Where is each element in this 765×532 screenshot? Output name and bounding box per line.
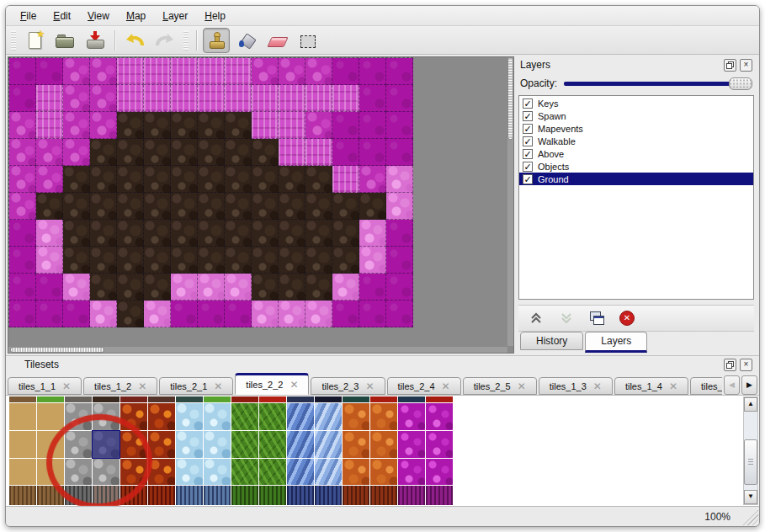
map-tile[interactable]	[36, 247, 63, 274]
map-tile[interactable]	[386, 247, 413, 274]
map-tile[interactable]	[252, 139, 279, 166]
tileset-tile[interactable]	[93, 396, 120, 402]
map-tile[interactable]	[90, 58, 117, 85]
tileset-tile[interactable]	[231, 396, 258, 402]
tileset-vscroll-thumb[interactable]	[744, 439, 757, 485]
tab-scroll-right-button[interactable]: ▶	[741, 375, 757, 395]
map-tile[interactable]	[279, 85, 305, 112]
tileset-tile[interactable]	[287, 431, 314, 458]
map-tile[interactable]	[279, 166, 305, 193]
tileset-tile[interactable]	[343, 431, 369, 458]
map-tile[interactable]	[63, 166, 90, 193]
map-tile[interactable]	[252, 112, 279, 139]
map-tile[interactable]	[225, 85, 252, 112]
map-tile[interactable]	[90, 112, 117, 139]
map-tile[interactable]	[171, 166, 198, 193]
map-tile[interactable]	[117, 274, 144, 301]
map-tile[interactable]	[117, 220, 144, 247]
map-tile[interactable]	[279, 247, 305, 274]
tileset-tile[interactable]	[343, 403, 369, 430]
tileset-tile[interactable]	[176, 459, 203, 485]
map-tile[interactable]	[332, 166, 359, 193]
map-tile[interactable]	[359, 301, 386, 327]
layer-visibility-checkbox[interactable]: ✓	[523, 98, 533, 109]
tileset-tile[interactable]	[343, 396, 369, 402]
layer-row-mapevents[interactable]: ✓Mapevents	[519, 122, 753, 135]
tileset-tile[interactable]	[370, 431, 397, 458]
menu-layer[interactable]: Layer	[155, 8, 195, 24]
tileset-tile[interactable]	[120, 396, 147, 402]
map-tile[interactable]	[9, 220, 36, 247]
tileset-tile[interactable]	[176, 403, 203, 430]
map-tile[interactable]	[359, 139, 386, 166]
map-tile[interactable]	[63, 58, 90, 85]
map-tile[interactable]	[198, 193, 225, 220]
layer-visibility-checkbox[interactable]: ✓	[523, 136, 533, 146]
float-panel-icon[interactable]	[724, 59, 736, 72]
tileset-tile[interactable]	[148, 431, 175, 458]
map-tile[interactable]	[198, 139, 225, 166]
map-tile[interactable]	[144, 220, 171, 247]
stamp-tool-button[interactable]	[203, 28, 230, 53]
tileset-tile[interactable]	[287, 396, 314, 402]
undo-tool-button[interactable]	[121, 28, 148, 53]
map-tile[interactable]	[332, 193, 359, 220]
map-tile[interactable]	[63, 193, 90, 220]
tileset-tile[interactable]	[148, 486, 175, 505]
map-tile[interactable]	[332, 85, 359, 112]
layer-row-objects[interactable]: ✓Objects	[519, 160, 753, 173]
map-tile[interactable]	[198, 220, 225, 247]
map-tile[interactable]	[386, 166, 413, 193]
menu-map[interactable]: Map	[119, 8, 153, 24]
map-tile[interactable]	[198, 301, 225, 327]
map-tile[interactable]	[332, 139, 359, 166]
map-tile[interactable]	[9, 58, 36, 85]
tileset-tile[interactable]	[370, 486, 397, 505]
layer-row-above[interactable]: ✓Above	[519, 147, 753, 160]
map-tile[interactable]	[90, 193, 117, 220]
map-tile[interactable]	[36, 166, 63, 193]
tileset-tile[interactable]	[176, 396, 203, 402]
map-tile[interactable]	[171, 112, 198, 139]
map-tile[interactable]	[225, 247, 252, 274]
tileset-tab-tiles_2_4[interactable]: tiles_2_4✕	[387, 377, 461, 395]
scroll-down-icon[interactable]: ▼	[744, 490, 757, 504]
map-tile[interactable]	[305, 274, 332, 301]
map-tile[interactable]	[305, 85, 332, 112]
tileset-tab-tiles_1_3[interactable]: tiles_1_3✕	[539, 377, 613, 395]
map-tile[interactable]	[198, 58, 225, 85]
tileset-tile[interactable]	[315, 459, 342, 485]
map-tile[interactable]	[63, 139, 90, 166]
map-tile[interactable]	[63, 301, 90, 327]
tab-close-icon[interactable]: ✕	[442, 382, 450, 391]
tab-close-icon[interactable]: ✕	[593, 382, 602, 391]
tileset-tile[interactable]	[426, 431, 453, 458]
map-tile[interactable]	[332, 58, 359, 85]
tab-close-icon[interactable]: ✕	[365, 382, 374, 391]
map-tile[interactable]	[9, 301, 36, 327]
tileset-tile[interactable]	[370, 459, 397, 485]
map-tile[interactable]	[279, 220, 305, 247]
tileset-tile[interactable]	[176, 486, 203, 505]
map-tile[interactable]	[332, 112, 359, 139]
map-tile[interactable]	[117, 247, 144, 274]
map-tile[interactable]	[359, 58, 386, 85]
map-tile[interactable]	[117, 166, 144, 193]
tileset-tile[interactable]	[315, 396, 342, 402]
map-tile[interactable]	[225, 220, 252, 247]
tileset-tile[interactable]	[287, 459, 314, 485]
map-tile[interactable]	[252, 58, 279, 85]
select-tool-button[interactable]	[294, 28, 321, 53]
tileset-tab-tiles_1_1[interactable]: tiles_1_1✕	[8, 377, 82, 395]
tab-close-icon[interactable]: ✕	[669, 382, 677, 391]
map-tile[interactable]	[252, 274, 279, 301]
map-tile[interactable]	[305, 301, 332, 327]
tileset-tile[interactable]	[204, 396, 231, 402]
map-tile[interactable]	[117, 112, 144, 139]
tileset-tab-tiles_2_2[interactable]: tiles_2_2✕	[235, 373, 309, 395]
map-tile[interactable]	[90, 85, 117, 112]
lower-layer-button[interactable]	[557, 309, 576, 327]
map-tile[interactable]	[90, 139, 117, 166]
menu-edit[interactable]: Edit	[45, 8, 78, 24]
map-tile[interactable]	[144, 193, 171, 220]
